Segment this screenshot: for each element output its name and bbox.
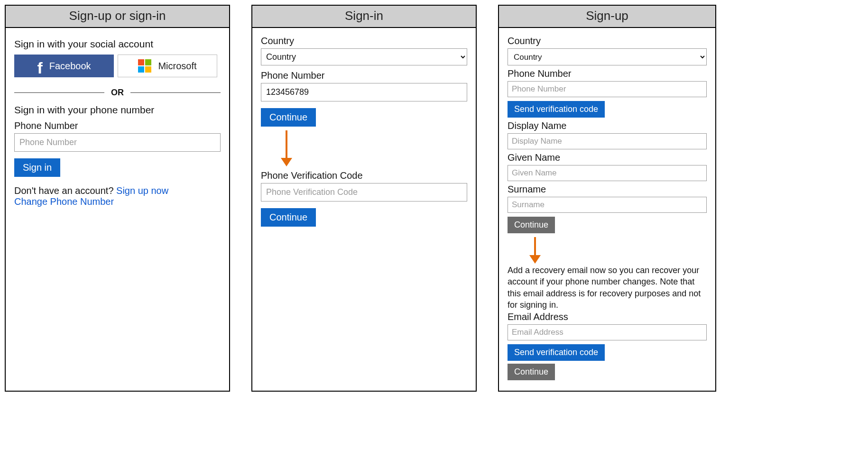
- given-name-label: Given Name: [508, 152, 707, 163]
- panel-signin: Sign-in Country Country Phone Number Con…: [251, 5, 477, 392]
- continue-button-step1[interactable]: Continue: [261, 108, 316, 127]
- continue-button-step2[interactable]: Continue: [261, 208, 316, 227]
- display-name-input[interactable]: [508, 133, 707, 149]
- phone-number-label: Phone Number: [261, 70, 467, 81]
- continue-button-step2[interactable]: Continue: [508, 364, 555, 380]
- surname-input[interactable]: [508, 197, 707, 213]
- phone-signin-heading: Sign in with your phone number: [14, 104, 221, 116]
- panel-signup-or-signin: Sign-up or sign-in Sign in with your soc…: [5, 5, 230, 392]
- country-select[interactable]: Country: [508, 48, 707, 65]
- microsoft-icon: [138, 59, 151, 73]
- send-verification-code-button-2[interactable]: Send verification code: [508, 344, 605, 361]
- recovery-email-text: Add a recovery email now so you can reco…: [508, 265, 707, 311]
- phone-number-input[interactable]: [14, 133, 221, 152]
- facebook-label: Facebook: [49, 61, 91, 72]
- surname-label: Surname: [508, 184, 707, 195]
- phone-number-input[interactable]: [261, 83, 467, 101]
- verification-code-label: Phone Verification Code: [261, 170, 467, 181]
- facebook-icon: f: [37, 60, 42, 76]
- phone-number-input[interactable]: [508, 81, 707, 97]
- no-account-line: Don't have an account? Sign up now: [14, 185, 221, 196]
- social-signin-heading: Sign in with your social account: [14, 38, 221, 50]
- country-label: Country: [261, 36, 467, 46]
- no-account-text: Don't have an account?: [14, 185, 116, 196]
- change-phone-link[interactable]: Change Phone Number: [14, 196, 114, 207]
- signin-button[interactable]: Sign in: [14, 158, 60, 177]
- continue-button-step1[interactable]: Continue: [508, 217, 555, 233]
- email-address-label: Email Address: [508, 312, 707, 322]
- verification-code-input[interactable]: [261, 183, 467, 202]
- flow-arrow-icon: [286, 130, 287, 159]
- email-address-input[interactable]: [508, 324, 707, 340]
- send-verification-code-button[interactable]: Send verification code: [508, 101, 605, 118]
- panel-title: Sign-in: [252, 6, 476, 28]
- microsoft-signin-button[interactable]: Microsoft: [118, 55, 217, 77]
- or-divider: OR: [14, 88, 221, 98]
- panel-title: Sign-up: [499, 6, 715, 28]
- given-name-input[interactable]: [508, 165, 707, 181]
- flow-arrow-icon: [534, 237, 536, 256]
- country-label: Country: [508, 36, 707, 46]
- facebook-signin-button[interactable]: f Facebook: [14, 55, 114, 77]
- microsoft-label: Microsoft: [158, 61, 196, 72]
- phone-number-label: Phone Number: [14, 120, 221, 131]
- country-select[interactable]: Country: [261, 48, 467, 65]
- phone-number-label: Phone Number: [508, 68, 707, 79]
- panel-title: Sign-up or sign-in: [6, 6, 229, 28]
- panel-signup: Sign-up Country Country Phone Number Sen…: [498, 5, 716, 392]
- display-name-label: Display Name: [508, 120, 707, 131]
- signup-now-link[interactable]: Sign up now: [116, 185, 168, 196]
